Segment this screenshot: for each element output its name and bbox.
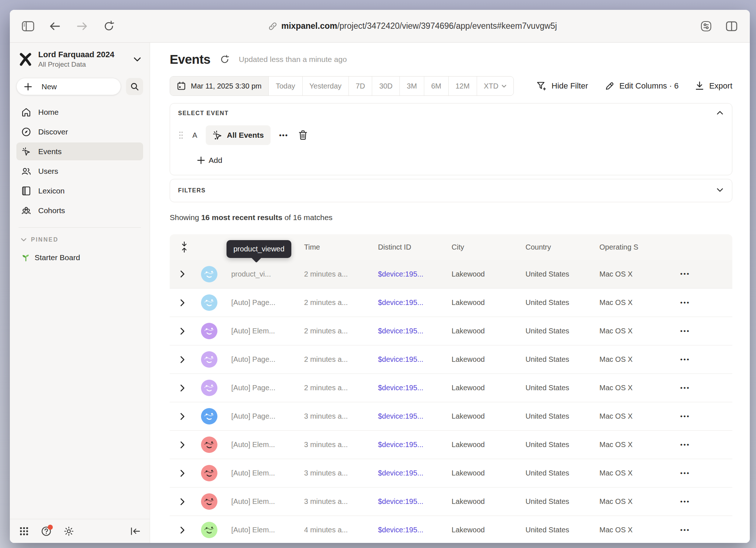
row-actions-button[interactable]: ••• xyxy=(680,384,690,392)
range-7d[interactable]: 7D xyxy=(349,77,372,95)
event-name[interactable]: [Auto] Elem... xyxy=(231,497,275,506)
row-expand-chevron-icon[interactable] xyxy=(178,496,187,508)
refresh-icon[interactable] xyxy=(220,55,229,64)
column-header-time[interactable]: Time xyxy=(304,243,378,251)
project-switcher[interactable]: Lord Farquaad 2024 All Project Data xyxy=(16,48,143,68)
sidebar-item-users[interactable]: Users xyxy=(16,162,143,180)
row-actions-button[interactable]: ••• xyxy=(680,299,690,306)
all-events-button[interactable]: All Events xyxy=(206,125,271,145)
range-3m[interactable]: 3M xyxy=(399,77,424,95)
row-actions-button[interactable]: ••• xyxy=(680,356,690,363)
distinct-id-link[interactable]: $device:195... xyxy=(378,384,452,392)
sidebar-item-starter-board[interactable]: Starter Board xyxy=(21,253,143,262)
add-event-button[interactable]: Add xyxy=(197,156,237,165)
expand-filters-chevron-down-icon[interactable] xyxy=(717,188,723,192)
distinct-id-link[interactable]: $device:195... xyxy=(378,469,452,477)
collapse-sidebar-icon[interactable] xyxy=(130,527,140,536)
event-name[interactable]: [Auto] Elem... xyxy=(231,526,275,534)
drag-handle-icon[interactable] xyxy=(178,130,184,141)
browser-sidebar-toggle-icon[interactable] xyxy=(20,18,36,34)
row-actions-button[interactable]: ••• xyxy=(680,413,690,420)
column-header-country[interactable]: Country xyxy=(525,243,599,251)
row-actions-button[interactable]: ••• xyxy=(680,270,690,278)
address-bar[interactable]: mixpanel.com/project/3472420/view/397469… xyxy=(140,21,685,31)
row-actions-button[interactable]: ••• xyxy=(680,498,690,505)
event-name[interactable]: [Auto] Page... xyxy=(231,412,275,420)
row-expand-chevron-icon[interactable] xyxy=(178,268,187,280)
hide-filter-label: Hide Filter xyxy=(552,81,588,91)
search-icon xyxy=(130,82,139,91)
browser-page-settings-icon[interactable] xyxy=(698,18,714,34)
apps-grid-icon[interactable] xyxy=(19,527,29,536)
export-button[interactable]: Export xyxy=(695,81,732,91)
column-header-city[interactable]: City xyxy=(452,243,525,251)
range-xtd[interactable]: XTD xyxy=(477,77,513,95)
browser-forward-icon[interactable] xyxy=(74,18,90,34)
add-label: Add xyxy=(209,156,222,165)
row-expand-chevron-icon[interactable] xyxy=(178,439,187,451)
row-actions-button[interactable]: ••• xyxy=(680,527,690,534)
search-button[interactable] xyxy=(126,78,143,95)
row-expand-chevron-icon[interactable] xyxy=(178,467,187,479)
browser-reload-icon[interactable] xyxy=(101,18,117,34)
settings-gear-icon[interactable] xyxy=(64,526,74,536)
sidebar-item-cohorts[interactable]: Cohorts xyxy=(16,201,143,219)
distinct-id-link[interactable]: $device:195... xyxy=(378,298,452,307)
pencil-icon xyxy=(605,81,614,91)
range-yesterday[interactable]: Yesterday xyxy=(302,77,349,95)
date-picker-button[interactable]: Mar 11, 2025 3:30 pm xyxy=(170,77,268,95)
delete-event-trash-icon[interactable] xyxy=(297,129,309,142)
distinct-id-link[interactable]: $device:195... xyxy=(378,270,452,278)
sidebar-item-events[interactable]: Events xyxy=(16,142,143,160)
event-name[interactable]: [Auto] Page... xyxy=(231,355,275,364)
distinct-id-link[interactable]: $device:195... xyxy=(378,526,452,534)
range-6m[interactable]: 6M xyxy=(424,77,448,95)
city-value: Lakewood xyxy=(452,384,525,392)
row-actions-button[interactable]: ••• xyxy=(680,328,690,335)
row-expand-chevron-icon[interactable] xyxy=(178,354,187,365)
distinct-id-link[interactable]: $device:195... xyxy=(378,441,452,449)
row-expand-chevron-icon[interactable] xyxy=(178,382,187,394)
pinned-header-label: PINNED xyxy=(31,236,58,243)
compass-icon xyxy=(21,127,31,137)
distinct-id-link[interactable]: $device:195... xyxy=(378,327,452,335)
chevron-down-icon xyxy=(21,238,27,242)
help-icon[interactable] xyxy=(41,526,51,536)
new-button[interactable]: New xyxy=(16,78,121,95)
sidebar-item-lexicon[interactable]: Lexicon xyxy=(16,182,143,200)
sidebar-item-discover[interactable]: Discover xyxy=(16,123,143,141)
range-30d[interactable]: 30D xyxy=(372,77,399,95)
event-more-options-button[interactable]: ••• xyxy=(272,132,296,139)
browser-split-view-icon[interactable] xyxy=(724,18,740,34)
distinct-id-link[interactable]: $device:195... xyxy=(378,355,452,364)
hide-filter-button[interactable]: Hide Filter xyxy=(536,81,588,91)
city-value: Lakewood xyxy=(452,469,525,477)
range-12m[interactable]: 12M xyxy=(448,77,477,95)
column-header-os[interactable]: Operating S xyxy=(599,243,674,251)
distinct-id-link[interactable]: $device:195... xyxy=(378,412,452,420)
column-header-distinct-id[interactable]: Distinct ID xyxy=(378,243,452,251)
distinct-id-link[interactable]: $device:195... xyxy=(378,497,452,506)
city-value: Lakewood xyxy=(452,298,525,307)
row-expand-chevron-icon[interactable] xyxy=(178,297,187,309)
pinned-section-toggle[interactable]: PINNED xyxy=(21,236,143,243)
browser-back-icon[interactable] xyxy=(47,18,63,34)
edit-columns-button[interactable]: Edit Columns · 6 xyxy=(605,81,679,91)
row-expand-chevron-icon[interactable] xyxy=(178,325,187,337)
sidebar-item-home[interactable]: Home xyxy=(16,103,143,121)
event-name[interactable]: [Auto] Page... xyxy=(231,298,275,307)
row-actions-button[interactable]: ••• xyxy=(680,470,690,477)
range-today[interactable]: Today xyxy=(268,77,302,95)
row-expand-chevron-icon[interactable] xyxy=(178,524,187,536)
row-actions-button[interactable]: ••• xyxy=(680,441,690,449)
event-row-letter: A xyxy=(185,131,204,140)
city-value: Lakewood xyxy=(452,441,525,449)
row-expand-chevron-icon[interactable] xyxy=(178,411,187,422)
event-name[interactable]: [Auto] Elem... xyxy=(231,327,275,335)
event-name[interactable]: [Auto] Elem... xyxy=(231,469,275,477)
event-name[interactable]: [Auto] Page... xyxy=(231,384,275,392)
collapse-card-chevron-up-icon[interactable] xyxy=(717,111,723,115)
event-name[interactable]: product_vi... xyxy=(231,270,271,278)
collapse-rows-icon[interactable] xyxy=(170,242,199,253)
event-name[interactable]: [Auto] Elem... xyxy=(231,441,275,449)
